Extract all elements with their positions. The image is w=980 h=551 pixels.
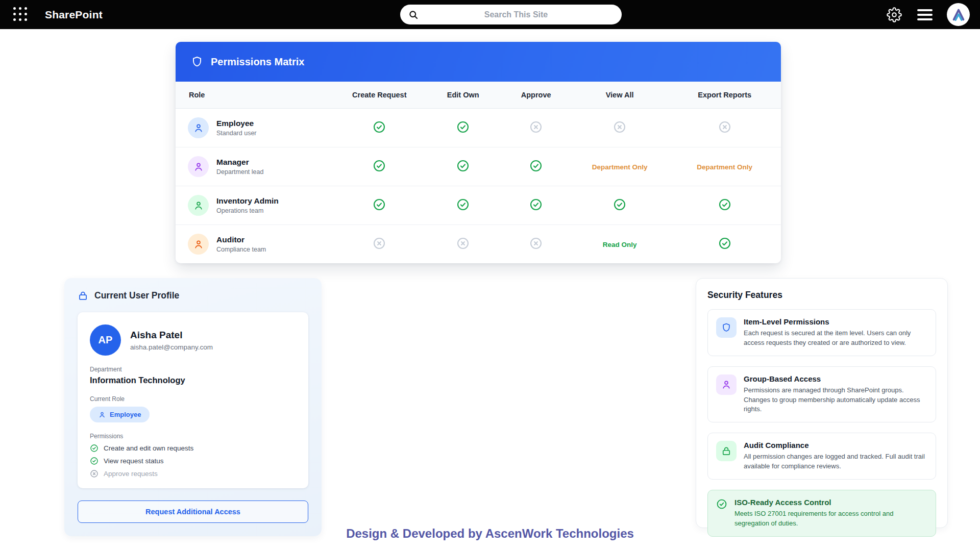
scoped-permission-text: Read Only [603,241,637,248]
permission-item: Approve requests [90,469,296,478]
check-circle-icon [456,120,470,134]
role-subtitle: Department lead [216,168,263,176]
x-circle-icon [529,237,543,250]
denied-x-icon [529,237,543,250]
role-name: Manager [216,158,263,167]
check-circle-icon [456,159,470,172]
lock-icon [721,446,731,456]
security-feature-item: Audit Compliance All permission changes … [707,433,936,480]
permissions-matrix-panel: Permissions Matrix RoleCreate RequestEdi… [176,42,781,263]
role-subtitle: Standard user [216,130,257,137]
allowed-check-icon [718,198,731,211]
table-row: Inventory Admin Operations team [176,186,781,225]
table-row: Employee Standard user [176,109,781,147]
role-avatar [188,234,209,255]
check-circle-icon [529,198,543,211]
role-name: Auditor [216,235,266,244]
security-feature-title: ISO-Ready Access Control [734,498,927,507]
column-header-approve: Approve [501,82,571,109]
column-header-export-reports: Export Reports [668,82,781,109]
denied-x-icon [373,237,386,250]
permissions-table: RoleCreate RequestEdit OwnApproveView Al… [176,82,781,263]
check-circle-icon [456,198,470,211]
x-circle-icon [529,120,543,134]
allowed-check-icon [613,198,626,211]
scoped-permission-text: Department Only [592,163,648,171]
check-circle-icon [373,159,386,172]
check-circle-icon [373,120,386,134]
security-feature-description: All permission changes are logged and tr… [744,452,927,471]
check-circle-icon [529,159,543,172]
denied-x-icon [718,120,731,134]
person-icon [99,411,106,418]
allowed-check-icon [529,198,543,211]
current-role-label: Current Role [90,395,296,403]
profile-card-title: Current User Profile [94,290,179,301]
person-icon [193,239,204,249]
footer-credit: Design & Developed by AscenWork Technolo… [0,527,980,541]
allowed-check-icon [718,237,731,250]
allowed-check-icon [456,198,470,211]
permissions-label: Permissions [90,433,296,440]
check-circle-icon [90,457,99,465]
person-icon [193,123,204,133]
lock-icon [78,290,88,301]
user-name: Aisha Patel [130,330,213,341]
x-circle-icon [373,237,386,250]
allowed-check-icon [373,159,386,172]
shield-icon [191,56,203,68]
check-circle-icon [718,198,731,211]
security-features-title: Security Features [707,290,936,300]
column-header-create-request: Create Request [334,82,425,109]
person-icon [721,380,731,390]
permission-item-label: View request status [104,457,164,465]
denied-x-icon [456,237,470,250]
department-value: Information Technology [90,375,296,385]
search-input[interactable] [419,10,614,19]
scoped-permission-text: Department Only [697,163,752,171]
denied-x-icon [529,120,543,134]
role-name: Inventory Admin [216,196,279,206]
top-app-bar: SharePoint [0,0,980,29]
role-subtitle: Compliance team [216,246,266,253]
panel-title: Permissions Matrix [211,56,304,68]
role-avatar [188,195,209,216]
permissions-matrix-header: Permissions Matrix [176,42,781,82]
hamburger-menu-icon[interactable] [917,9,933,20]
denied-x-icon [90,469,99,478]
security-feature-title: Group-Based Access [744,374,927,383]
settings-gear-icon[interactable] [886,6,903,23]
permission-item-label: Create and edit own requests [104,444,193,452]
allowed-check-icon [456,159,470,172]
lock-icon [716,441,737,461]
permission-item: View request status [90,457,296,465]
app-launcher-waffle-icon[interactable] [13,7,29,22]
ascenwork-logo-icon [950,6,967,23]
permission-item-label: Approve requests [104,470,158,478]
shield-icon [721,322,731,333]
company-logo-avatar[interactable] [947,3,970,26]
x-circle-icon [718,120,731,134]
permissions-table-head: RoleCreate RequestEdit OwnApproveView Al… [176,82,781,109]
site-search[interactable] [400,5,622,24]
request-additional-access-button[interactable]: Request Additional Access [78,500,308,523]
x-circle-icon [613,120,626,134]
x-circle-icon [90,469,99,478]
person-icon [193,162,204,172]
brand-title: SharePoint [45,9,103,21]
role-avatar [188,117,209,138]
allowed-check-icon [373,198,386,211]
x-circle-icon [456,237,470,250]
column-header-role: Role [176,82,334,109]
denied-x-icon [613,120,626,134]
permission-item: Create and edit own requests [90,444,296,453]
allowed-check-icon [529,159,543,172]
check-circle-icon [90,444,99,453]
person-icon [193,201,204,211]
table-row: Auditor Compliance team Read Only [176,225,781,264]
role-subtitle: Operations team [216,207,279,214]
role-avatar [188,156,209,177]
security-feature-title: Audit Compliance [744,441,927,449]
current-user-profile-card: Current User Profile AP Aisha Patel aish… [64,278,322,536]
column-header-view-all: View All [571,82,669,109]
